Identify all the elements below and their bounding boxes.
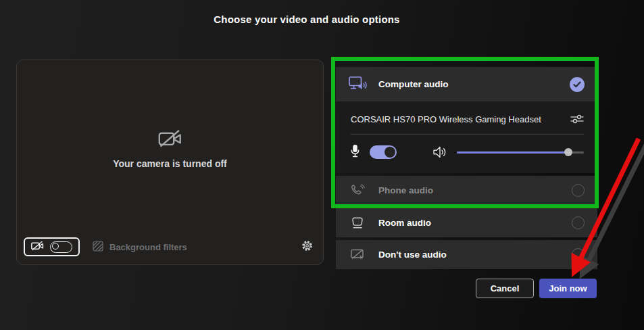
camera-toggle-knob (52, 243, 59, 250)
camera-status-text: Your camera is turned off (113, 158, 227, 169)
camera-toggle[interactable] (24, 237, 80, 256)
volume-fill (457, 151, 568, 154)
camera-off-small-icon (31, 241, 44, 254)
option-phone-audio[interactable]: Phone audio (336, 176, 597, 205)
option-dont-use-audio[interactable]: Don't use audio (336, 240, 597, 269)
background-filters-label: Background filters (109, 242, 187, 252)
room-audio-label: Room audio (378, 218, 431, 228)
phone-audio-radio[interactable] (572, 184, 585, 197)
audio-device-name: CORSAIR HS70 PRO Wireless Gaming Headset (351, 114, 541, 124)
video-panel-controls: Background filters (24, 236, 314, 258)
computer-audio-device-section: CORSAIR HS70 PRO Wireless Gaming Headset (336, 101, 597, 173)
phone-audio-label: Phone audio (378, 185, 433, 195)
background-filters-button[interactable]: Background filters (93, 241, 187, 254)
volume-knob[interactable] (564, 148, 572, 156)
join-now-button[interactable]: Join now (539, 279, 597, 298)
video-preview-panel: Your camera is turned off (16, 60, 324, 265)
background-filters-icon (93, 241, 103, 254)
cancel-button[interactable]: Cancel (476, 279, 534, 298)
room-audio-icon (349, 217, 367, 229)
page-title: Choose your video and audio options (0, 14, 614, 25)
mic-toggle-knob (385, 147, 395, 158)
device-divider (351, 134, 584, 135)
speaker-icon (433, 146, 447, 158)
option-room-audio[interactable]: Room audio (336, 208, 597, 237)
camera-off-icon (158, 129, 182, 151)
device-settings-button[interactable] (301, 239, 314, 255)
mic-toggle-switch[interactable] (370, 145, 397, 159)
room-audio-radio[interactable] (572, 216, 585, 229)
computer-audio-card: Computer audio CORSAIR HS70 PRO Wireless… (336, 67, 597, 173)
camera-toggle-switch[interactable] (50, 241, 72, 253)
mic-icon (351, 145, 360, 160)
option-computer-audio[interactable]: Computer audio (336, 67, 597, 101)
computer-audio-label: Computer audio (378, 79, 449, 89)
camera-status: Your camera is turned off (17, 129, 323, 169)
dont-use-audio-radio[interactable] (572, 248, 585, 261)
gear-icon (301, 239, 314, 255)
audio-options-list: Computer audio CORSAIR HS70 PRO Wireless… (336, 67, 597, 269)
dont-use-audio-icon (349, 249, 367, 261)
computer-audio-selected-check (570, 77, 585, 92)
phone-audio-icon (349, 184, 367, 197)
dont-use-audio-label: Don't use audio (378, 250, 447, 260)
computer-audio-icon (349, 76, 367, 92)
volume-slider[interactable] (457, 148, 584, 156)
audio-device-settings-button[interactable] (570, 114, 584, 124)
